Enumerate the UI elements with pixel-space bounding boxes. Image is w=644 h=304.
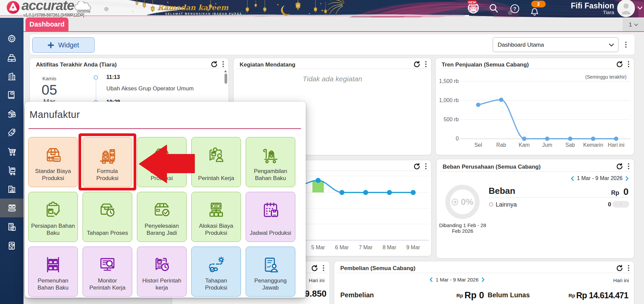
activity-time: 11:13 [106,74,120,80]
sidebar-item-manufacture[interactable] [0,199,23,217]
new-badge: NEW [467,0,477,4]
donut-percent: 0% [445,197,480,207]
toolbar-menu-dots[interactable] [625,42,627,48]
row-label: Pembelian [340,291,374,299]
range-label: Hari ini [613,277,629,283]
sidebar-item-purchases[interactable] [0,142,23,161]
sidebar-item-company[interactable] [0,67,23,86]
search-icon[interactable] [489,3,499,13]
tab-dashboard[interactable]: Dashboard [26,17,68,31]
refresh-icon[interactable] [616,265,623,271]
widget-menu-dots[interactable] [323,265,324,271]
tile-tahapan-produksi[interactable]: Tahapan Produksi [191,247,241,297]
period-nav: 1 Mar - 9 Mar 2026 [571,175,629,181]
widget-menu-dots[interactable] [425,61,427,67]
widget-pembelian: Pembelian (Semua Cabang) 1 Mar - 9 Mar 2… [334,261,634,304]
sidebar-item-bank[interactable] [0,104,23,123]
divider [236,69,429,69]
tile-alokasi-biaya-produksi[interactable]: Alokasi Biaya Produksi [191,192,241,242]
widget-menu-dots[interactable] [222,61,224,67]
tile-pemenuhan-bahan-baku[interactable]: Pemenuhan Bahan Baku [28,247,78,297]
donut-compare: Dibanding 1 Feb - 28Feb 2026 [437,222,489,234]
summary-value: 9.850 [305,289,327,299]
beban-value: 0 [623,186,629,197]
brand-text: accurate [21,0,74,13]
std-cost-icon [29,145,78,166]
timeline-dot [94,75,98,80]
refresh-icon[interactable] [616,163,623,169]
tile-standar-biaya-produksi[interactable]: Standar Biaya Produksi [28,137,78,187]
tile-penanggung-jawab[interactable]: Penanggung Jawab [246,247,295,297]
tab-counter[interactable]: 1 [623,18,644,31]
plus-icon [48,42,54,48]
activity-text[interactable]: Ubah Akses Grup Operator Umum [106,85,194,92]
tile-tahapan-proses[interactable]: Tahapan Proses [83,192,132,242]
y-tick: 1,500 rb [432,78,459,84]
tile-pengambilan-bahan-baku[interactable]: Pengambilan Bahan Baku [246,137,295,187]
tile-penyelesaian-barang-jadi[interactable]: Penyelesaian Barang Jadi [137,192,187,242]
circle-arrow-icon [451,199,458,206]
tab-bar: Dashboard 1 [0,16,644,32]
y-tick: 500 rb [432,117,459,123]
app-version: v1.0.1#3788-587261 [3499P12DP] [23,13,84,17]
scroll-up-arrow[interactable] [224,70,227,72]
prev-period-chevron[interactable] [430,277,433,282]
legend-dot [489,202,493,207]
jadwal-icon [246,200,295,220]
user-avatar[interactable] [617,0,635,17]
sidebar-item-tax[interactable] [0,217,23,236]
tile-perintah-kerja[interactable]: Perintah Kerja [191,137,241,187]
sidebar-item-reports[interactable] [0,236,23,255]
widget-title: Aktifitas Terakhir Anda (Tiara) [36,61,117,68]
period-nav: 1 Mar - 9 Mar 2026 [403,277,511,283]
row-value: Rp 0 [464,290,484,301]
tile-monitor-perintah-kerja[interactable]: Monitor Perintah Kerja [83,247,132,297]
popup-divider [29,128,301,129]
sidebar-item-cash-register[interactable] [0,48,23,67]
next-period-chevron[interactable] [482,277,485,282]
refresh-icon[interactable] [413,61,420,67]
dashboard-toolbar: Widget Dashboard Utama [30,34,635,55]
highlight-box [79,133,136,190]
dashboard-select[interactable]: Dashboard Utama [493,37,618,52]
prev-period-chevron[interactable] [571,176,574,181]
add-widget-button[interactable]: Widget [32,37,95,53]
refresh-icon[interactable] [311,265,317,271]
tile-jadwal-produksi[interactable]: Jadwal Produksi [246,192,295,242]
perintah-icon [192,145,241,166]
person-icon [617,0,635,17]
tile-persiapan-bahan-baku[interactable]: Persiapan Bahan Baku [28,192,78,242]
beban-label: Beban [489,186,515,196]
histori-icon [137,254,186,275]
divider [337,273,631,273]
sidebar-item-inventory[interactable] [0,161,23,180]
divider [439,171,631,172]
bell-icon[interactable] [530,7,539,16]
legend-label[interactable]: Lainnya [496,201,517,208]
sidebar-item-sales[interactable] [0,123,23,142]
timeline-line [96,80,96,100]
empty-message: Tidak ada kegiatan [234,75,431,83]
tile-histori-perintah-kerja[interactable]: Histori Perintah kerja [137,247,187,297]
scroll-thumb[interactable] [225,74,227,84]
widget-menu-dots[interactable] [628,265,629,271]
refresh-icon[interactable] [211,61,217,67]
proses-icon [83,200,132,220]
row-value: Rp 14.614.471 [576,291,628,300]
help-icon[interactable]: ? [510,4,519,13]
range-label: Hari ini [309,277,325,283]
persiapan-icon [29,200,78,220]
widget-menu-dots[interactable] [628,163,629,169]
widget-beban: Beban Perusahaan (Semua Cabang) 1 Mar - … [436,159,634,259]
legend-value: 0 [608,201,611,208]
next-period-chevron[interactable] [626,176,629,181]
user-menu-chevron-icon[interactable] [637,6,643,10]
rp-small: Rp [568,293,575,298]
widget-title: Pembelian (Semua Cabang) [340,265,415,272]
sidebar-item-assets[interactable] [0,180,23,199]
row-label: Belum Lunas [488,291,530,299]
sidebar-item-settings[interactable] [0,29,23,48]
widget-tren-penjualan: Tren Penjualan (Semua Cabang) (Seminggu … [435,58,634,155]
period-label: 1 Mar - 9 Mar 2026 [577,175,623,181]
sidebar-item-ledger[interactable] [0,86,23,104]
